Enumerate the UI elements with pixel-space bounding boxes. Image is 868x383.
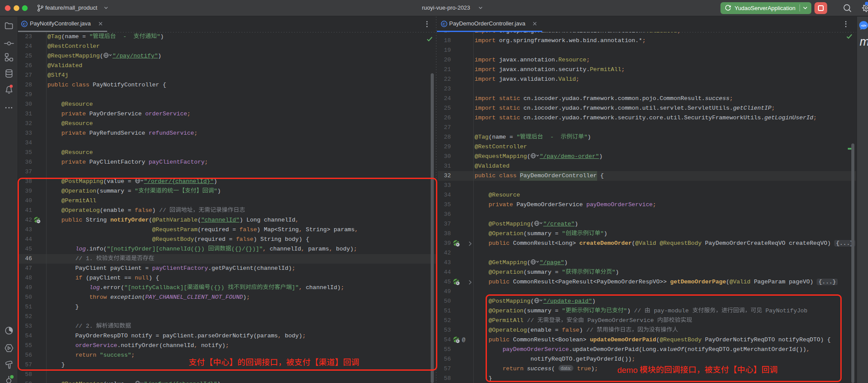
svg-text:C: C	[443, 21, 446, 26]
svg-text:C: C	[23, 21, 26, 26]
svg-text:</>: </>	[861, 24, 866, 28]
